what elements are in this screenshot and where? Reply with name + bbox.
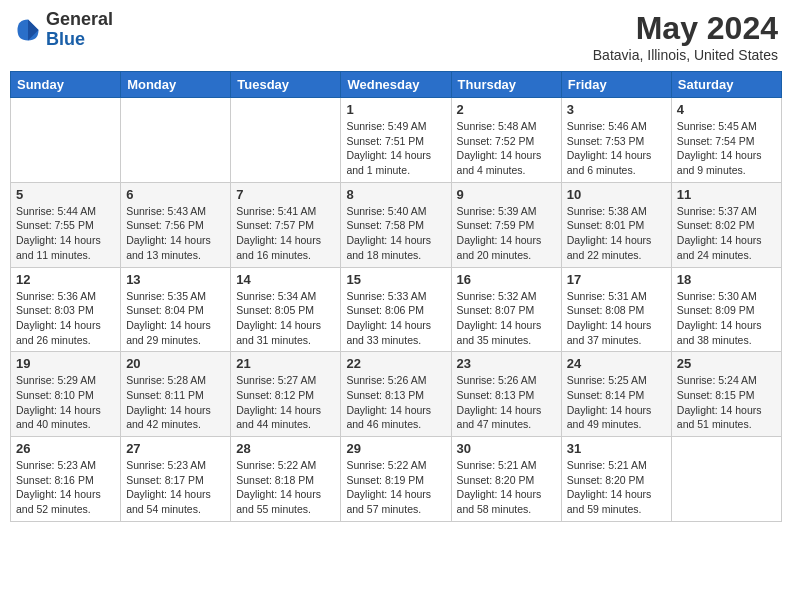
cell-day-number: 22: [346, 356, 445, 371]
cell-sun-info: Sunrise: 5:49 AMSunset: 7:51 PMDaylight:…: [346, 120, 431, 176]
calendar-cell: 19Sunrise: 5:29 AMSunset: 8:10 PMDayligh…: [11, 352, 121, 437]
cell-day-number: 10: [567, 187, 666, 202]
cell-day-number: 12: [16, 272, 115, 287]
cell-sun-info: Sunrise: 5:22 AMSunset: 8:19 PMDaylight:…: [346, 459, 431, 515]
cell-day-number: 11: [677, 187, 776, 202]
calendar-cell: 13Sunrise: 5:35 AMSunset: 8:04 PMDayligh…: [121, 267, 231, 352]
calendar-cell: 2Sunrise: 5:48 AMSunset: 7:52 PMDaylight…: [451, 98, 561, 183]
cell-day-number: 2: [457, 102, 556, 117]
calendar-cell: 27Sunrise: 5:23 AMSunset: 8:17 PMDayligh…: [121, 437, 231, 522]
month-title: May 2024: [593, 10, 778, 47]
day-header-thursday: Thursday: [451, 72, 561, 98]
cell-sun-info: Sunrise: 5:21 AMSunset: 8:20 PMDaylight:…: [457, 459, 542, 515]
calendar-cell: 11Sunrise: 5:37 AMSunset: 8:02 PMDayligh…: [671, 182, 781, 267]
cell-sun-info: Sunrise: 5:41 AMSunset: 7:57 PMDaylight:…: [236, 205, 321, 261]
cell-sun-info: Sunrise: 5:35 AMSunset: 8:04 PMDaylight:…: [126, 290, 211, 346]
location-title: Batavia, Illinois, United States: [593, 47, 778, 63]
title-block: May 2024 Batavia, Illinois, United State…: [593, 10, 778, 63]
cell-day-number: 23: [457, 356, 556, 371]
calendar-cell: 16Sunrise: 5:32 AMSunset: 8:07 PMDayligh…: [451, 267, 561, 352]
logo: General Blue: [14, 10, 113, 50]
cell-sun-info: Sunrise: 5:45 AMSunset: 7:54 PMDaylight:…: [677, 120, 762, 176]
cell-day-number: 14: [236, 272, 335, 287]
cell-sun-info: Sunrise: 5:33 AMSunset: 8:06 PMDaylight:…: [346, 290, 431, 346]
calendar-week-row: 26Sunrise: 5:23 AMSunset: 8:16 PMDayligh…: [11, 437, 782, 522]
cell-day-number: 18: [677, 272, 776, 287]
calendar-cell: 31Sunrise: 5:21 AMSunset: 8:20 PMDayligh…: [561, 437, 671, 522]
cell-day-number: 6: [126, 187, 225, 202]
calendar-cell: 28Sunrise: 5:22 AMSunset: 8:18 PMDayligh…: [231, 437, 341, 522]
calendar-header-row: SundayMondayTuesdayWednesdayThursdayFrid…: [11, 72, 782, 98]
calendar-cell: 30Sunrise: 5:21 AMSunset: 8:20 PMDayligh…: [451, 437, 561, 522]
cell-sun-info: Sunrise: 5:24 AMSunset: 8:15 PMDaylight:…: [677, 374, 762, 430]
day-header-wednesday: Wednesday: [341, 72, 451, 98]
calendar-cell: 23Sunrise: 5:26 AMSunset: 8:13 PMDayligh…: [451, 352, 561, 437]
cell-sun-info: Sunrise: 5:21 AMSunset: 8:20 PMDaylight:…: [567, 459, 652, 515]
cell-sun-info: Sunrise: 5:43 AMSunset: 7:56 PMDaylight:…: [126, 205, 211, 261]
cell-sun-info: Sunrise: 5:46 AMSunset: 7:53 PMDaylight:…: [567, 120, 652, 176]
cell-sun-info: Sunrise: 5:31 AMSunset: 8:08 PMDaylight:…: [567, 290, 652, 346]
cell-day-number: 5: [16, 187, 115, 202]
calendar-cell: 18Sunrise: 5:30 AMSunset: 8:09 PMDayligh…: [671, 267, 781, 352]
cell-day-number: 25: [677, 356, 776, 371]
calendar-table: SundayMondayTuesdayWednesdayThursdayFrid…: [10, 71, 782, 522]
cell-sun-info: Sunrise: 5:26 AMSunset: 8:13 PMDaylight:…: [457, 374, 542, 430]
calendar-cell: 15Sunrise: 5:33 AMSunset: 8:06 PMDayligh…: [341, 267, 451, 352]
cell-sun-info: Sunrise: 5:39 AMSunset: 7:59 PMDaylight:…: [457, 205, 542, 261]
calendar-cell: 14Sunrise: 5:34 AMSunset: 8:05 PMDayligh…: [231, 267, 341, 352]
cell-sun-info: Sunrise: 5:40 AMSunset: 7:58 PMDaylight:…: [346, 205, 431, 261]
cell-sun-info: Sunrise: 5:23 AMSunset: 8:17 PMDaylight:…: [126, 459, 211, 515]
calendar-cell: 17Sunrise: 5:31 AMSunset: 8:08 PMDayligh…: [561, 267, 671, 352]
calendar-cell: 25Sunrise: 5:24 AMSunset: 8:15 PMDayligh…: [671, 352, 781, 437]
calendar-cell: 7Sunrise: 5:41 AMSunset: 7:57 PMDaylight…: [231, 182, 341, 267]
calendar-cell: 4Sunrise: 5:45 AMSunset: 7:54 PMDaylight…: [671, 98, 781, 183]
cell-day-number: 8: [346, 187, 445, 202]
calendar-cell: 26Sunrise: 5:23 AMSunset: 8:16 PMDayligh…: [11, 437, 121, 522]
cell-sun-info: Sunrise: 5:26 AMSunset: 8:13 PMDaylight:…: [346, 374, 431, 430]
calendar-cell: 10Sunrise: 5:38 AMSunset: 8:01 PMDayligh…: [561, 182, 671, 267]
cell-day-number: 3: [567, 102, 666, 117]
logo-blue-text: Blue: [46, 29, 85, 49]
cell-day-number: 27: [126, 441, 225, 456]
calendar-cell: 29Sunrise: 5:22 AMSunset: 8:19 PMDayligh…: [341, 437, 451, 522]
calendar-week-row: 1Sunrise: 5:49 AMSunset: 7:51 PMDaylight…: [11, 98, 782, 183]
cell-day-number: 20: [126, 356, 225, 371]
calendar-cell: 9Sunrise: 5:39 AMSunset: 7:59 PMDaylight…: [451, 182, 561, 267]
cell-day-number: 21: [236, 356, 335, 371]
day-header-friday: Friday: [561, 72, 671, 98]
cell-sun-info: Sunrise: 5:36 AMSunset: 8:03 PMDaylight:…: [16, 290, 101, 346]
cell-day-number: 17: [567, 272, 666, 287]
calendar-cell: 22Sunrise: 5:26 AMSunset: 8:13 PMDayligh…: [341, 352, 451, 437]
cell-day-number: 28: [236, 441, 335, 456]
calendar-cell: 21Sunrise: 5:27 AMSunset: 8:12 PMDayligh…: [231, 352, 341, 437]
calendar-week-row: 5Sunrise: 5:44 AMSunset: 7:55 PMDaylight…: [11, 182, 782, 267]
day-header-tuesday: Tuesday: [231, 72, 341, 98]
day-header-saturday: Saturday: [671, 72, 781, 98]
cell-day-number: 9: [457, 187, 556, 202]
calendar-cell: [231, 98, 341, 183]
cell-sun-info: Sunrise: 5:25 AMSunset: 8:14 PMDaylight:…: [567, 374, 652, 430]
calendar-cell: 20Sunrise: 5:28 AMSunset: 8:11 PMDayligh…: [121, 352, 231, 437]
cell-sun-info: Sunrise: 5:38 AMSunset: 8:01 PMDaylight:…: [567, 205, 652, 261]
cell-day-number: 4: [677, 102, 776, 117]
calendar-cell: 8Sunrise: 5:40 AMSunset: 7:58 PMDaylight…: [341, 182, 451, 267]
cell-sun-info: Sunrise: 5:30 AMSunset: 8:09 PMDaylight:…: [677, 290, 762, 346]
calendar-cell: 12Sunrise: 5:36 AMSunset: 8:03 PMDayligh…: [11, 267, 121, 352]
cell-day-number: 26: [16, 441, 115, 456]
cell-day-number: 15: [346, 272, 445, 287]
calendar-cell: 24Sunrise: 5:25 AMSunset: 8:14 PMDayligh…: [561, 352, 671, 437]
cell-sun-info: Sunrise: 5:48 AMSunset: 7:52 PMDaylight:…: [457, 120, 542, 176]
cell-day-number: 7: [236, 187, 335, 202]
cell-day-number: 30: [457, 441, 556, 456]
calendar-cell: 1Sunrise: 5:49 AMSunset: 7:51 PMDaylight…: [341, 98, 451, 183]
logo-general-text: General: [46, 9, 113, 29]
calendar-week-row: 12Sunrise: 5:36 AMSunset: 8:03 PMDayligh…: [11, 267, 782, 352]
cell-sun-info: Sunrise: 5:37 AMSunset: 8:02 PMDaylight:…: [677, 205, 762, 261]
cell-sun-info: Sunrise: 5:34 AMSunset: 8:05 PMDaylight:…: [236, 290, 321, 346]
cell-sun-info: Sunrise: 5:28 AMSunset: 8:11 PMDaylight:…: [126, 374, 211, 430]
page-header: General Blue May 2024 Batavia, Illinois,…: [10, 10, 782, 63]
cell-sun-info: Sunrise: 5:29 AMSunset: 8:10 PMDaylight:…: [16, 374, 101, 430]
cell-sun-info: Sunrise: 5:27 AMSunset: 8:12 PMDaylight:…: [236, 374, 321, 430]
calendar-week-row: 19Sunrise: 5:29 AMSunset: 8:10 PMDayligh…: [11, 352, 782, 437]
cell-day-number: 19: [16, 356, 115, 371]
